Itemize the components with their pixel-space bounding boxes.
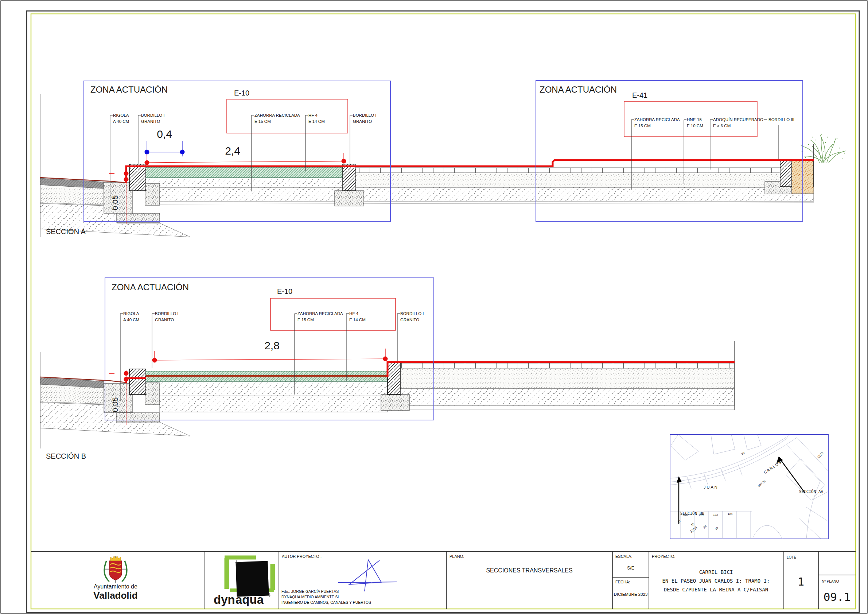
callout-zahorra-e41: ZAHORRA RECICLADA [634,118,680,122]
firma-line3: INGENIERO DE CAMINOS, CANALES Y PUERTOS [281,600,371,605]
dim-005-value: 0,05 [111,397,119,412]
callout-bordillo-left: BORDILLO I [141,113,165,118]
signature-scribble [338,560,397,591]
callout-zahorra-sub: E 15 CM [254,119,271,124]
road-base-layer [40,185,104,205]
subgrade-band [160,188,814,201]
firma-line2: DYNAQUA MEDIO AMBIENTE SL [281,595,340,599]
callout-zahorra: ZAHORRA RECICLADA [254,113,300,118]
section-a-annotations: ZONA ACTUACIÓN ZONA ACTUACIÓN E-10 E-41 … [46,81,803,236]
hf4-bike-layer [146,167,344,178]
section-aa-label: SECCIÓN AA [799,489,823,494]
callout-bordillo-right-sub: GRANITO [353,119,372,124]
plan-drawing: ZONA ACTUACIÓN ZONA ACTUACIÓN E-10 E-41 … [0,0,868,614]
nplano-value: 09.1 [823,590,851,603]
zone-title: ZONA ACTUACIÓN [112,282,189,292]
lote-value: 1 [798,575,804,588]
location-map: JUAN CARLOS 118 120 122 124 27 28 29 30 … [670,435,828,539]
section-a-title: SECCIÓN A [46,228,86,236]
proyecto-line2: EN EL PASEO JUAN CARLOS I: TRAMO I: [662,578,770,584]
curb-footing [145,183,160,205]
drawing-sheet: ZONA ACTUACIÓN ZONA ACTUACIÓN E-10 E-41 … [0,0,868,614]
callout-bordillo-right-sub: GRANITO [400,318,419,322]
dimension-28: 2,8 [152,340,388,363]
proyecto-line3: DESDE C/PUENTE LA REINA A C/FAISÁN [664,587,769,592]
callout-bordillo-left-sub: GRANITO [141,119,160,124]
callout-zahorra-e41-sub: E 15 CM [634,124,651,128]
subgrade-band-right [388,389,735,405]
escala-value: S/E [627,566,634,571]
dim-04-value: 0,4 [157,128,172,140]
sidewalk-base [356,173,780,188]
parcel-number: 124 [728,512,733,516]
subgrade-band-left [160,396,388,412]
zahorra-layer [146,178,344,188]
valladolid-logo [104,556,127,583]
callout-rigola-sub: A 40 CM [123,318,139,322]
callout-adoquin: ADOQUÍN RECUPERADO [713,118,763,122]
plano-label: PLANO: [450,554,464,558]
firma-line1: Fdo.: JORGE GARCÍA PUERTAS [281,589,339,594]
fecha-value: DICIEMBRE 2023 [614,592,648,597]
callout-rigola-sub: A 40 CM [113,119,129,124]
map-border [670,435,828,539]
proyecto-label: PROYECTO: [652,554,676,558]
ayto-line1: Ayuntamiento de [94,583,138,589]
callout-hne15-sub: E 10 CM [687,124,703,128]
logo-aqua: aqua [236,593,264,606]
detail-code: E-41 [632,91,648,99]
autor-label: AUTOR PROYECTO : [282,554,322,558]
callout-rigola: RIGOLA [113,113,129,118]
laurel-right [122,561,127,581]
callout-hf4-sub: E 14 CM [349,318,366,322]
curb-footing [117,413,160,422]
logo-dyn: dyn [214,593,235,606]
bordillo-i-left [129,369,146,394]
dim-28-value: 2,8 [264,340,280,352]
fecha-label: FECHA: [615,580,630,584]
callout-hf4-sub: E 14 CM [308,119,325,124]
curb-footing [145,383,160,405]
callout-bordillo-left: BORDILLO I [155,312,179,316]
paver-row [356,168,780,173]
callout-hf4: HF 4 [308,113,318,118]
zone-title: ZONA ACTUACIÓN [539,85,617,95]
section-b [40,341,735,448]
dim-24-value: 2,4 [225,145,240,157]
detail-code: E-10 [234,89,250,97]
plant-sketch [801,134,846,163]
bordillo-i-right [388,362,400,394]
dim-005-value: 0,05 [111,195,119,210]
zahorra-layer [146,381,388,396]
section-bb-label: SECCIÓN BB [680,511,705,516]
title-block: Ayuntamiento de Valladolid dyn aqua AUTO… [31,551,856,609]
curb-footing [117,213,160,222]
dynaqua-black-square [236,561,269,597]
dynaqua-logo [225,558,274,597]
callout-rigola: RIGOLA [123,312,139,316]
callout-adoquin-sub: E > 6 CM [713,124,730,128]
bordillo-i-right [343,164,356,191]
proyecto-line1: CARRIL BICI [699,569,733,575]
bordillo-iii [780,159,792,187]
detail-code: E-10 [277,287,292,295]
dimension-24: 2,4 [145,145,346,165]
callout-bordillo-left-sub: GRANITO [155,318,174,322]
lote-label: LOTE [787,555,796,559]
sidewalk-base [400,368,735,389]
callout-zahorra: ZAHORRA RECICLADA [298,312,343,316]
parcel-number: 122 [713,513,718,516]
curb-footing [381,394,409,411]
callout-bordillo-right: BORDILLO I [400,312,424,316]
road-base-layer [40,384,104,404]
laurel-left [104,561,109,581]
callout-bordillo-right: BORDILLO I [353,113,377,118]
bordillo-i-left [129,164,146,191]
plano-value: SECCIONES TRANSVERSALES [486,567,572,574]
callout-hf4: HF 4 [349,312,359,316]
zone-title: ZONA ACTUACIÓN [90,85,168,95]
dimension-04: 0,4 [145,128,185,157]
callout-hne15: HNE-15 [687,118,702,122]
ayto-line2: Valladolid [93,590,138,601]
section-b-title: SECCIÓN B [46,452,86,460]
